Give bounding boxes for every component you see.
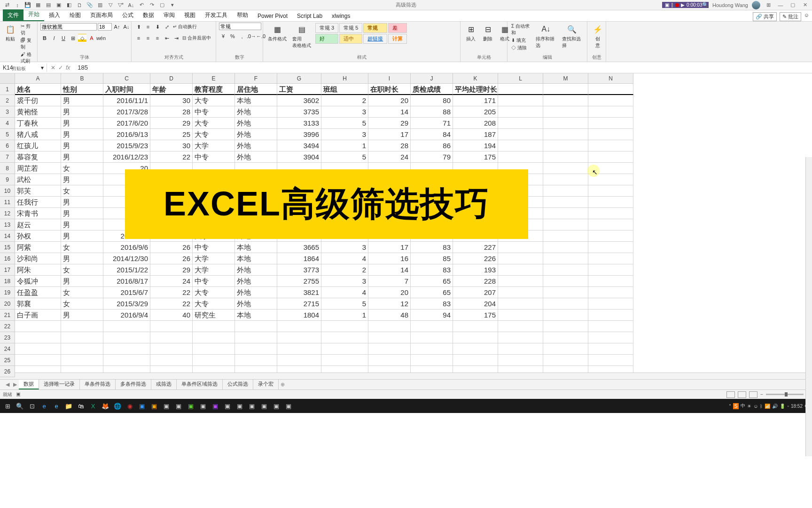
find-select-button[interactable]: 🔍查找和选择 xyxy=(560,23,584,50)
cell[interactable] xyxy=(15,355,61,366)
cell[interactable]: 大专 xyxy=(193,118,235,129)
cell[interactable] xyxy=(498,129,543,140)
cell[interactable]: 郭芙 xyxy=(15,185,61,197)
cell[interactable]: 红孩儿 xyxy=(15,140,61,151)
cell[interactable]: 外地 xyxy=(235,118,277,129)
sort-filter-button[interactable]: A↓排序和筛选 xyxy=(534,23,558,50)
cell[interactable] xyxy=(411,343,453,355)
align-top-icon[interactable]: ⬆ xyxy=(134,23,143,31)
filter-icon[interactable]: ▽ xyxy=(106,1,115,9)
cell[interactable]: 猪八戒 xyxy=(15,129,61,140)
column-header-F[interactable]: F xyxy=(235,73,277,84)
cell[interactable] xyxy=(15,332,61,343)
cell[interactable] xyxy=(368,355,411,366)
cell[interactable] xyxy=(193,355,235,366)
app-icon-4[interactable]: ▣ xyxy=(161,400,172,412)
firefox-icon[interactable]: 🦊 xyxy=(100,400,111,412)
row-header-16[interactable]: 16 xyxy=(0,253,15,264)
format-as-table-button[interactable]: ▤套用 表格格式 xyxy=(290,23,313,50)
cell[interactable] xyxy=(588,343,633,355)
app-icon-12[interactable]: ▣ xyxy=(258,400,270,412)
cell[interactable]: 男 xyxy=(61,129,103,140)
cell[interactable] xyxy=(498,366,543,373)
row-header-12[interactable]: 12 xyxy=(0,208,15,219)
cell[interactable]: 65 xyxy=(411,287,453,298)
select-all-corner[interactable] xyxy=(0,73,15,84)
style-calc[interactable]: 计算 xyxy=(388,34,407,44)
cell[interactable]: 质检成绩 xyxy=(411,84,453,95)
cell[interactable]: 丁春秋 xyxy=(15,118,61,129)
cell[interactable]: 男 xyxy=(61,106,103,118)
cell[interactable]: 外地 xyxy=(235,106,277,118)
cell[interactable]: 研究生 xyxy=(193,310,235,321)
tab-file[interactable]: 文件 xyxy=(3,9,23,21)
column-header-N[interactable]: N xyxy=(588,73,633,84)
edge-icon[interactable]: e xyxy=(39,400,50,412)
cell[interactable] xyxy=(498,253,543,264)
cell[interactable]: 女 xyxy=(61,163,103,174)
page-layout-view-icon[interactable] xyxy=(738,391,746,398)
column-header-B[interactable]: B xyxy=(61,73,103,84)
cell[interactable]: 任盈盈 xyxy=(15,287,61,298)
cell[interactable]: 12 xyxy=(368,298,411,310)
cell[interactable]: 226 xyxy=(453,253,498,264)
avatar[interactable] xyxy=(752,1,760,9)
cell[interactable] xyxy=(103,355,150,366)
row-header-13[interactable]: 13 xyxy=(0,219,15,230)
cell[interactable]: 男 xyxy=(61,95,103,106)
tab-review[interactable]: 审阅 xyxy=(159,9,180,21)
cell[interactable] xyxy=(411,332,453,343)
cell[interactable] xyxy=(235,321,277,332)
cell[interactable] xyxy=(15,321,61,332)
cell[interactable]: 2755 xyxy=(277,276,321,287)
cell[interactable]: 48 xyxy=(368,310,411,321)
sheet-tab-2[interactable]: 单条件筛选 xyxy=(80,380,116,389)
bold-button[interactable]: B xyxy=(40,34,49,42)
cell[interactable]: 205 xyxy=(453,106,498,118)
smiley-icon[interactable]: ☺ xyxy=(804,12,809,21)
align-bottom-icon[interactable]: ⬇ xyxy=(153,23,162,31)
cell[interactable]: 大专 xyxy=(193,298,235,310)
cell[interactable] xyxy=(411,355,453,366)
cell[interactable]: 男 xyxy=(61,208,103,219)
enter-fx-icon[interactable]: ✓ xyxy=(58,64,63,71)
row-header-3[interactable]: 3 xyxy=(0,106,15,118)
store-icon[interactable]: 🛍 xyxy=(75,400,86,412)
clock[interactable]: 18:52 xyxy=(791,404,803,409)
cell[interactable] xyxy=(498,298,543,310)
fill-color-button[interactable]: ◇ xyxy=(78,34,86,42)
cell[interactable]: 入职时间 xyxy=(103,84,150,95)
macro-record-icon[interactable]: ▣ xyxy=(16,392,21,397)
cell[interactable]: 阿朱 xyxy=(15,264,61,276)
cell[interactable]: 3665 xyxy=(277,242,321,253)
sheet-tab-1[interactable]: 选择唯一记录 xyxy=(39,380,80,389)
cell[interactable] xyxy=(321,343,368,355)
cell[interactable]: 孙权 xyxy=(15,230,61,242)
autosum-button[interactable]: Σ 自动求和 xyxy=(510,23,532,37)
search-icon[interactable]: 🔍 xyxy=(702,2,709,8)
cell[interactable]: 2017/3/28 xyxy=(103,106,150,118)
align-right-icon[interactable]: ≡ xyxy=(153,34,162,42)
row-header-9[interactable]: 9 xyxy=(0,174,15,185)
cell[interactable] xyxy=(498,140,543,151)
row-header-10[interactable]: 10 xyxy=(0,185,15,197)
cell[interactable]: 本地 xyxy=(235,310,277,321)
cell[interactable] xyxy=(588,355,633,366)
style-neutral[interactable]: 适中 xyxy=(339,34,362,44)
normal-view-icon[interactable] xyxy=(726,391,735,398)
cell[interactable]: 在职时长 xyxy=(368,84,411,95)
row-header-15[interactable]: 15 xyxy=(0,242,15,253)
cell[interactable] xyxy=(150,355,193,366)
column-header-E[interactable]: E xyxy=(193,73,235,84)
cell[interactable]: 3996 xyxy=(277,129,321,140)
cell[interactable] xyxy=(61,343,103,355)
cell[interactable]: 71 xyxy=(411,118,453,129)
cell[interactable]: 88 xyxy=(411,106,453,118)
style-normal3[interactable]: 常规 3 xyxy=(315,23,338,33)
tab-powerpivot[interactable]: Power Pivot xyxy=(253,11,292,21)
cell[interactable]: 居住地 xyxy=(235,84,277,95)
row-header-24[interactable]: 24 xyxy=(0,343,15,355)
cell[interactable]: 2016/8/17 xyxy=(103,276,150,287)
underline-button[interactable]: U xyxy=(59,34,68,42)
cell[interactable] xyxy=(411,366,453,373)
